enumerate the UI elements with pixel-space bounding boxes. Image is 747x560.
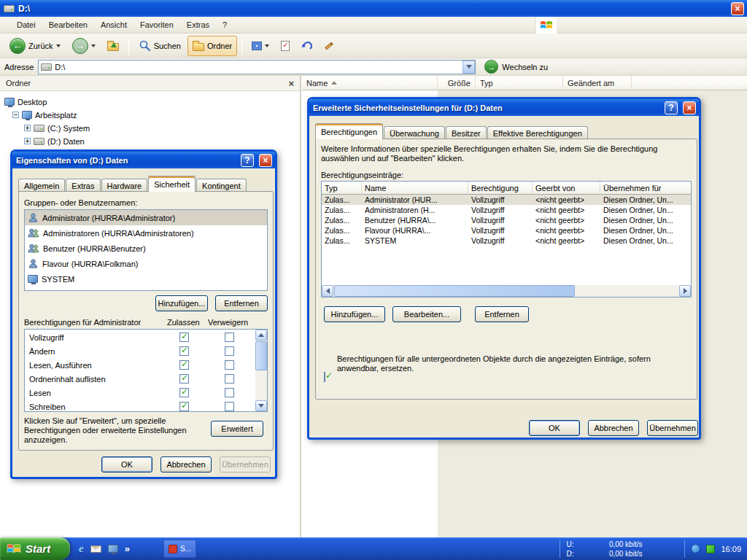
tab-effektive-berechtigungen[interactable]: Effektive Berechtigungen — [487, 126, 588, 139]
add-entry-button[interactable]: Hinzufügen... — [324, 306, 385, 322]
user-list-item[interactable]: SYSTEM — [25, 271, 267, 287]
cancel-button[interactable]: Abbrechen — [160, 456, 212, 472]
help-icon[interactable]: ? — [665, 101, 678, 114]
permission-row[interactable]: Ändern — [25, 346, 267, 359]
user-list-item[interactable]: Flavour (HURRA\Folkman) — [25, 256, 267, 271]
ok-button[interactable]: OK — [529, 420, 580, 436]
deny-checkbox[interactable] — [225, 374, 234, 384]
tree-item-desktop[interactable]: Desktop — [0, 96, 47, 108]
menu-ansicht[interactable]: Ansicht — [94, 18, 133, 32]
help-icon[interactable]: ? — [241, 154, 254, 167]
show-desktop-icon[interactable] — [108, 545, 118, 553]
allow-checkbox[interactable] — [179, 360, 189, 370]
menu-extras[interactable]: Extras — [180, 18, 216, 32]
quick-launch-overflow-icon[interactable]: » — [125, 543, 130, 554]
select-tool-button[interactable] — [276, 36, 295, 56]
views-dropdown-icon[interactable] — [265, 44, 269, 47]
scroll-right-button[interactable] — [679, 285, 691, 297]
scrollbar-thumb[interactable] — [255, 341, 267, 370]
views-button[interactable] — [247, 36, 274, 56]
column-header-geerbt-von[interactable]: Geerbt von — [533, 182, 600, 195]
tab-hardware[interactable]: Hardware — [101, 179, 148, 192]
tree-item-arbeitsplatz[interactable]: Arbeitsplatz — [0, 109, 77, 121]
tab-besitzer[interactable]: Besitzer — [446, 126, 487, 139]
allow-checkbox[interactable] — [179, 388, 189, 397]
folders-button[interactable]: Ordner — [187, 36, 237, 56]
ok-button[interactable]: OK — [101, 456, 152, 472]
scroll-left-button[interactable] — [322, 285, 333, 297]
add-user-button[interactable]: Hinzufügen... — [155, 295, 208, 311]
tab-allgemein[interactable]: Allgemein — [18, 179, 65, 192]
permission-entry-row[interactable]: Zulas... SYSTEM Vollzugriff <nicht geerb… — [322, 236, 691, 246]
tab-kontingent[interactable]: Kontingent — [196, 179, 247, 192]
forward-dropdown-icon[interactable] — [91, 44, 96, 47]
permission-row[interactable]: Vollzugriff — [25, 332, 267, 346]
tab-sicherheit[interactable]: Sicherheit — [148, 176, 196, 192]
menu-favoriten[interactable]: Favoriten — [133, 18, 180, 32]
back-dropdown-icon[interactable] — [56, 44, 61, 47]
tray-status-icon[interactable] — [706, 545, 715, 553]
remove-user-button[interactable]: Entfernen — [215, 295, 268, 311]
column-header-type[interactable]: Typ — [476, 76, 563, 90]
up-button[interactable] — [102, 36, 124, 56]
expand-icon[interactable] — [24, 138, 31, 144]
user-list-item[interactable]: Administrator (HURRA\Administrator) — [25, 210, 267, 225]
menu-datei[interactable]: Datei — [10, 18, 42, 32]
tray-network-icon[interactable] — [691, 544, 700, 553]
scrollbar-thumb[interactable] — [334, 285, 575, 297]
deny-checkbox[interactable] — [225, 388, 234, 397]
deny-checkbox[interactable] — [225, 402, 234, 411]
column-header-modified[interactable]: Geändert am — [563, 76, 632, 90]
user-list-item[interactable]: Benutzer (HURRA\Benutzer) — [25, 241, 267, 256]
apply-button[interactable]: Übernehmen — [220, 456, 271, 472]
scroll-down-button[interactable] — [255, 400, 267, 411]
remove-entry-button[interactable]: Entfernen — [475, 306, 529, 322]
column-header-typ[interactable]: Typ — [322, 182, 362, 195]
vertical-scrollbar[interactable] — [255, 330, 267, 411]
address-input[interactable] — [55, 61, 460, 73]
allow-checkbox[interactable] — [179, 332, 189, 342]
tab-berechtigungen[interactable]: Berechtigungen — [315, 123, 383, 139]
browser-icon[interactable]: e — [79, 542, 84, 555]
permission-entry-row[interactable]: Zulas... Administrator (HUR... Vollzugri… — [322, 195, 691, 205]
forward-button[interactable]: → — [67, 36, 101, 56]
edit-entry-button[interactable]: Bearbeiten... — [392, 306, 461, 322]
expand-icon[interactable] — [24, 125, 31, 131]
close-icon[interactable]: × — [259, 154, 272, 167]
column-header-berechtigung[interactable]: Berechtigung — [468, 182, 533, 195]
tree-item-drive-c[interactable]: (C:) System — [0, 122, 90, 134]
mail-icon[interactable] — [90, 545, 101, 553]
close-icon[interactable]: × — [731, 2, 744, 15]
permission-row[interactable]: Lesen, Ausführen — [25, 359, 267, 373]
user-list-item[interactable]: Administratoren (HURRA\Administratoren) — [25, 225, 267, 241]
go-button[interactable]: → Wechseln zu — [480, 58, 552, 76]
apply-button[interactable]: Übernehmen — [647, 420, 698, 436]
scroll-up-button[interactable] — [255, 330, 267, 341]
cancel-button[interactable]: Abbrechen — [588, 420, 639, 436]
advanced-button[interactable]: Erweitert — [211, 421, 263, 437]
tab-extras[interactable]: Extras — [66, 179, 100, 192]
allow-checkbox[interactable] — [179, 346, 189, 356]
allow-checkbox[interactable] — [179, 402, 189, 411]
column-header-name[interactable]: Name — [362, 182, 468, 195]
tree-item-drive-d[interactable]: (D:) Daten — [0, 135, 85, 147]
close-icon[interactable]: × — [288, 78, 294, 89]
permission-entry-row[interactable]: Zulas... Flavour (HURRA\... Vollzugriff … — [322, 225, 691, 236]
permission-row[interactable]: Lesen — [25, 387, 267, 401]
column-header-uebernehmen-fuer[interactable]: Übernehmen für — [600, 182, 691, 195]
edit-tool-button[interactable] — [320, 36, 338, 56]
undo-button[interactable] — [296, 36, 318, 56]
column-header-name[interactable]: Name — [302, 76, 438, 90]
allow-checkbox[interactable] — [179, 374, 189, 384]
start-button[interactable]: Start — [0, 537, 70, 560]
collapse-icon[interactable] — [12, 112, 19, 118]
column-header-size[interactable]: Größe — [438, 76, 476, 90]
search-button[interactable]: Suchen — [133, 36, 186, 56]
deny-checkbox[interactable] — [225, 332, 234, 342]
address-dropdown-button[interactable] — [462, 61, 475, 74]
back-button[interactable]: ← Zurück — [4, 36, 66, 56]
tab-ueberwachung[interactable]: Überwachung — [384, 126, 445, 139]
horizontal-scrollbar[interactable] — [322, 285, 691, 297]
permission-entry-row[interactable]: Zulas... Administratoren (H... Vollzugri… — [322, 205, 691, 215]
address-combo[interactable] — [38, 60, 476, 74]
